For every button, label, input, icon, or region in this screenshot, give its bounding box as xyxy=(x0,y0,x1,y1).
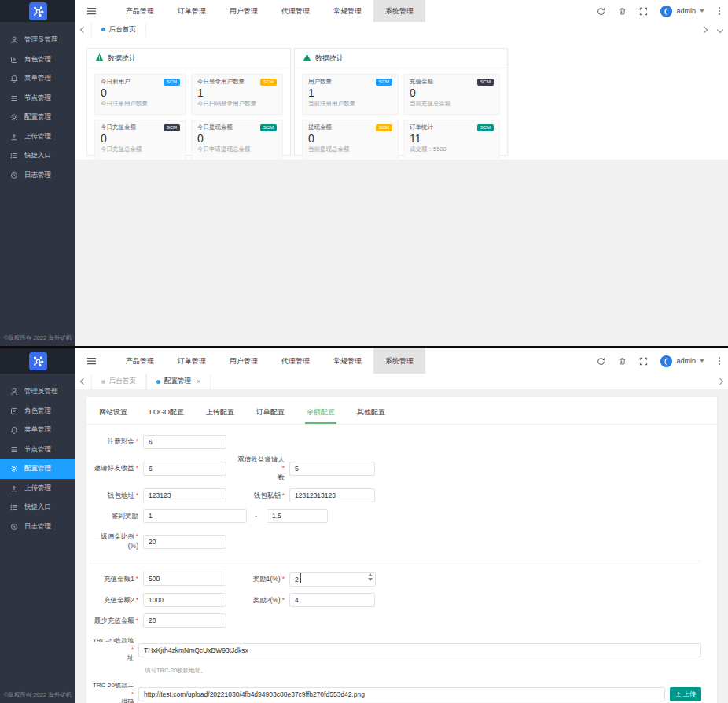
sidebar-item-config-manage[interactable]: 配置管理 xyxy=(0,108,75,127)
tab-config-manage[interactable]: 配置管理 × xyxy=(146,374,211,389)
list-icon xyxy=(10,94,19,102)
screenshot-top-dashboard: 管理员管理 角色管理 菜单管理 节点管理 配置管理 上传管理 xyxy=(0,0,728,346)
number-spinner-icon[interactable] xyxy=(368,573,373,581)
tab-home[interactable]: 后台首页 xyxy=(91,374,146,389)
stat-card-withdraw-total: 提现金额SCM 0 当前提现总金额 xyxy=(302,120,399,160)
sign-reward-max-input[interactable] xyxy=(267,509,328,523)
refresh-icon[interactable] xyxy=(597,357,605,366)
sidebar-item-config-manage[interactable]: 配置管理 xyxy=(0,459,75,479)
wallet-address-input[interactable] xyxy=(143,488,226,502)
clear-trash-icon[interactable] xyxy=(618,357,627,366)
commission-rate-input[interactable] xyxy=(143,535,226,549)
role-icon xyxy=(10,407,19,415)
field-label: 注册彩金* xyxy=(90,437,138,446)
sidebar-item-node-manage[interactable]: 节点管理 xyxy=(0,440,75,460)
stat-badge: SCM xyxy=(477,79,494,86)
fullscreen-icon[interactable] xyxy=(639,7,648,16)
sidebar-item-log-manage[interactable]: 日志管理 xyxy=(0,517,75,537)
config-tab-other[interactable]: 其他配置 xyxy=(355,402,387,424)
sidebar-item-quick-entry[interactable]: 快捷入口 xyxy=(0,498,75,517)
field-label: 一级佣金比例*(%) xyxy=(90,532,138,550)
invite-income-input[interactable] xyxy=(143,462,226,476)
sidebar-item-node-manage[interactable]: 节点管理 xyxy=(0,89,75,109)
field-label: 钱包私钥* xyxy=(234,491,285,500)
sidebar-item-upload-manage[interactable]: 上传管理 xyxy=(0,479,75,499)
tabs-dropdown-icon[interactable] xyxy=(712,22,728,37)
reward2-input[interactable] xyxy=(289,593,375,607)
panel-header: 数据统计 xyxy=(295,49,507,68)
app-logo-icon[interactable] xyxy=(29,352,47,370)
more-options-icon[interactable] xyxy=(717,7,722,15)
sidebar-item-menu-manage[interactable]: 菜单管理 xyxy=(0,421,75,440)
section-divider xyxy=(90,561,700,561)
nav-item-general[interactable]: 常规管理 xyxy=(322,0,373,22)
sidebar-item-admin-manage[interactable]: 管理员管理 xyxy=(0,382,75,402)
clear-trash-icon[interactable] xyxy=(618,7,627,16)
menu-toggle-icon[interactable] xyxy=(87,358,96,365)
nav-item-product[interactable]: 产品管理 xyxy=(114,0,166,22)
tabs-scroll-right-icon[interactable] xyxy=(697,22,712,37)
stat-sub: 今日充值总金额 xyxy=(101,145,180,153)
clock-icon xyxy=(10,171,19,179)
upload-button[interactable]: 上传 xyxy=(670,687,701,701)
tab-home[interactable]: 后台首页 xyxy=(91,22,146,37)
sidebar-item-role-manage[interactable]: 角色管理 xyxy=(0,402,75,421)
config-tab-site[interactable]: 网站设置 xyxy=(97,402,129,424)
nav-item-product[interactable]: 产品管理 xyxy=(114,348,166,374)
user-menu[interactable]: admin xyxy=(660,6,704,17)
wallet-private-key-input[interactable] xyxy=(289,488,375,502)
list-icon xyxy=(10,445,19,454)
nav-item-user[interactable]: 用户管理 xyxy=(218,0,270,22)
trc20-address-input[interactable] xyxy=(138,643,701,657)
config-tab-upload[interactable]: 上传配置 xyxy=(204,402,236,424)
range-separator: - xyxy=(255,512,257,520)
stat-label: 提现金额 xyxy=(308,123,332,131)
nav-item-system[interactable]: 系统管理 xyxy=(373,0,425,22)
stat-label: 充值金额 xyxy=(410,78,433,86)
stat-label: 用户数量 xyxy=(308,78,332,86)
sidebar-item-label: 日志管理 xyxy=(24,171,51,180)
config-tab-balance[interactable]: 余额配置 xyxy=(305,402,336,424)
sidebar-item-menu-manage[interactable]: 菜单管理 xyxy=(0,69,75,89)
nav-item-agent[interactable]: 代理管理 xyxy=(270,348,322,374)
trc20-qr-url-input[interactable] xyxy=(138,687,665,701)
close-tab-icon[interactable]: × xyxy=(197,377,200,385)
reward1-input[interactable] xyxy=(289,572,376,587)
double-income-people-input[interactable] xyxy=(289,462,375,476)
recharge1-input[interactable] xyxy=(143,572,226,586)
header-actions: admin xyxy=(597,355,728,367)
sidebar-item-upload-manage[interactable]: 上传管理 xyxy=(0,127,75,147)
config-tab-logo[interactable]: LOGO配置 xyxy=(148,402,186,424)
bell-icon xyxy=(10,75,19,83)
fullscreen-icon[interactable] xyxy=(639,357,648,366)
sign-reward-min-input[interactable] xyxy=(143,509,247,523)
nav-item-agent[interactable]: 代理管理 xyxy=(270,0,322,22)
panel-title: 数据统计 xyxy=(108,53,136,64)
bell-icon xyxy=(10,426,19,435)
refresh-icon[interactable] xyxy=(597,7,605,16)
nav-item-order[interactable]: 订单管理 xyxy=(166,0,218,22)
app-logo-icon[interactable] xyxy=(29,2,47,20)
sidebar-item-role-manage[interactable]: 角色管理 xyxy=(0,50,75,70)
user-menu[interactable]: admin xyxy=(660,355,704,367)
nav-item-general[interactable]: 常规管理 xyxy=(322,348,373,374)
recharge2-input[interactable] xyxy=(143,593,226,607)
sidebar-item-admin-manage[interactable]: 管理员管理 xyxy=(0,31,75,50)
reg-bonus-input[interactable] xyxy=(143,435,226,449)
menu-toggle-icon[interactable] xyxy=(87,8,96,15)
balance-config-form: 注册彩金* 邀请好友收益* 双倍收益邀请人*数 钱包地址* 钱包私钥* 签到 xyxy=(86,425,717,703)
tabs-scroll-right-icon[interactable] xyxy=(712,374,728,389)
stat-value: 0 xyxy=(101,86,180,99)
tabs-scroll-left-icon[interactable] xyxy=(75,22,91,37)
more-options-icon[interactable] xyxy=(717,357,722,365)
tab-label: 配置管理 xyxy=(164,377,191,386)
stat-sub: 今日申请提现总金额 xyxy=(197,145,277,153)
tabs-scroll-left-icon[interactable] xyxy=(75,374,91,389)
config-tab-order[interactable]: 订单配置 xyxy=(255,402,286,424)
sidebar-item-quick-entry[interactable]: 快捷入口 xyxy=(0,146,75,166)
nav-item-order[interactable]: 订单管理 xyxy=(166,348,218,374)
sidebar-item-log-manage[interactable]: 日志管理 xyxy=(0,166,75,186)
nav-item-user[interactable]: 用户管理 xyxy=(218,348,270,374)
min-recharge-input[interactable] xyxy=(143,613,226,628)
nav-item-system[interactable]: 系统管理 xyxy=(373,348,425,374)
